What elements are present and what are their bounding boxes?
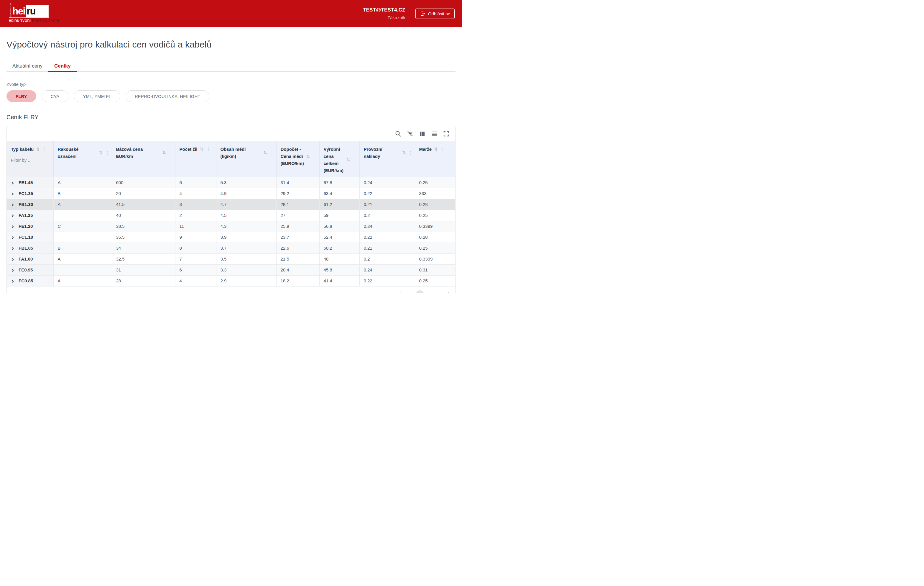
expand-row-icon[interactable] [11, 258, 14, 261]
table-cell: 0.21 [360, 199, 415, 210]
column-header-bazova-cena[interactable]: Bázová cena EUR/km⇅⋮ [112, 141, 175, 177]
column-header-typ-kabelu[interactable]: Typ kabelu ⇅ ⋮ [7, 141, 53, 177]
table-cell: 8 [175, 243, 216, 253]
table-cell: 0.25 [415, 177, 455, 188]
table-cell [53, 210, 112, 221]
search-icon[interactable] [394, 130, 401, 137]
table-row: FC1.1035.593.923.752.40.220.28 [7, 232, 455, 243]
rows-per-page-select[interactable]: 10 [374, 292, 389, 293]
fullscreen-icon[interactable] [443, 130, 450, 137]
tab-ceniky[interactable]: Ceníky [48, 61, 77, 72]
table-cell: 0.22 [360, 275, 415, 286]
sort-icon[interactable]: ⇅ [346, 157, 350, 162]
column-menu-icon[interactable]: ⋮ [206, 146, 211, 152]
table-cell: 35.5 [112, 232, 175, 243]
table-cell: 0.25 [415, 243, 455, 253]
column-header-vyrobni-cena[interactable]: Výrobní cena celkem (EUR/km)⇅⋮ [319, 141, 360, 177]
table-row: FE0.953163.320.445.80.240.31 [7, 264, 455, 275]
type-pill-repro-dvoulinka-heilight[interactable]: REPRO-DVOULINKA, HEILIGHT [125, 90, 210, 102]
table-cell: B [53, 188, 112, 199]
page-button-2[interactable]: 2 [425, 290, 433, 293]
cable-type-label: FA1.25 [18, 213, 33, 218]
previous-page-button[interactable] [407, 291, 414, 293]
type-pill-flry[interactable]: FLRY [7, 90, 36, 102]
expand-row-icon[interactable] [11, 225, 14, 228]
sort-icon[interactable]: ⇅ [434, 147, 438, 152]
sort-icon[interactable]: ⇅ [200, 147, 203, 152]
next-page-button[interactable] [435, 291, 442, 293]
tab-bar: Aktuální ceny Ceníky [7, 61, 455, 72]
column-menu-icon[interactable]: ⋮ [313, 154, 318, 159]
column-header-rakouske-oznaceni[interactable]: Rakouské označení⇅⋮ [53, 141, 112, 177]
table-cell: 25.9 [276, 221, 319, 232]
sort-icon[interactable]: ⇅ [162, 150, 166, 156]
table-cell: 0.25 [415, 275, 455, 286]
expand-row-icon[interactable] [11, 269, 14, 272]
expand-row-icon[interactable] [11, 236, 14, 239]
column-header-pocet-zil[interactable]: Počet žil⇅⋮ [175, 141, 216, 177]
table-cell: 0.3399 [415, 221, 455, 232]
column-menu-icon[interactable]: ⋮ [270, 150, 274, 156]
table-cell: 0.3399 [415, 253, 455, 264]
expand-row-icon[interactable] [11, 204, 14, 207]
column-menu-icon[interactable]: ⋮ [408, 150, 413, 156]
sort-icon[interactable]: ⇅ [263, 150, 267, 156]
tab-aktualni-ceny[interactable]: Aktuální ceny [7, 61, 48, 72]
page-button-1[interactable]: 1 [416, 290, 424, 293]
column-header-dopocet-cena-medi[interactable]: Dopočet - Cena mědi (EURO/km)⇅⋮ [276, 141, 319, 177]
row-density-icon[interactable] [431, 130, 438, 137]
table-toolbar [7, 126, 455, 141]
column-menu-icon[interactable]: ⋮ [168, 150, 173, 156]
table-cell: 0.24 [360, 221, 415, 232]
filter-input[interactable] [11, 157, 51, 164]
sort-icon[interactable]: ⇅ [99, 150, 102, 156]
table-cell: 31 [112, 264, 175, 275]
table-cell: 48 [319, 253, 360, 264]
cable-type-cell: FC1.35 [7, 188, 53, 199]
column-header-obsah-medi[interactable]: Obsah mědi (kg/km)⇅⋮ [216, 141, 276, 177]
table-cell: 11 [175, 221, 216, 232]
column-menu-icon[interactable]: ⋮ [43, 146, 47, 152]
table-row: FB1.05B3483.722.650.20.210.25 [7, 243, 455, 253]
table-cell: 34 [112, 243, 175, 253]
sort-icon[interactable]: ⇅ [402, 150, 406, 156]
expand-row-icon[interactable] [11, 215, 14, 217]
logo-text-hei: hei [12, 5, 26, 17]
type-pill-yml-ymm-fl[interactable]: YML, YMM FL [74, 90, 120, 102]
cable-type-label: FE1.20 [18, 223, 33, 228]
expand-row-icon[interactable] [11, 247, 14, 250]
table-cell: 29.2 [276, 188, 319, 199]
table-cell: 7 [175, 253, 216, 264]
column-header-marze[interactable]: Marže⇅⋮ [415, 141, 455, 177]
table-cell: 21.5 [276, 253, 319, 264]
last-page-button[interactable] [444, 291, 451, 293]
expand-row-icon[interactable] [11, 280, 14, 283]
cable-type-label: FB1.30 [18, 202, 33, 207]
sort-icon[interactable]: ⇅ [36, 147, 40, 152]
type-pill-group: FLRY CYA YML, YMM FL REPRO-DVOULINKA, HE… [7, 90, 455, 102]
sort-icon[interactable]: ⇅ [306, 154, 310, 159]
table-cell: 3.9 [216, 232, 276, 243]
table-body: FE1.45A60065.331.467.80.240.25FC1.35B204… [7, 177, 455, 286]
column-header-provozni-naklady[interactable]: Provozní náklady⇅⋮ [360, 141, 415, 177]
column-menu-icon[interactable]: ⋮ [353, 157, 358, 162]
logout-button[interactable]: Odhlásit se [416, 8, 455, 19]
column-menu-icon[interactable]: ⋮ [441, 146, 445, 152]
show-columns-icon[interactable] [419, 130, 426, 137]
table-cell: 3.7 [216, 243, 276, 253]
type-pill-cya[interactable]: CYA [41, 90, 69, 102]
table-cell: 4.9 [216, 188, 276, 199]
table-cell: 18.2 [276, 275, 319, 286]
first-page-button[interactable] [398, 291, 406, 293]
table-cell: 0.24 [360, 264, 415, 275]
table-cell: 3 [175, 199, 216, 210]
heiru-logo[interactable]: www.heiru.com hei ru HEIRU TVOŘÍDRÁT CO … [9, 5, 59, 22]
table-cell: 41.4 [319, 275, 360, 286]
table-cell: 333 [415, 188, 455, 199]
expand-row-icon[interactable] [11, 182, 14, 185]
table-cell: 4 [175, 275, 216, 286]
expand-row-icon[interactable] [11, 193, 14, 195]
table-cell: 4.3 [216, 221, 276, 232]
column-menu-icon[interactable]: ⋮ [105, 150, 110, 156]
filter-off-icon[interactable] [407, 130, 414, 137]
